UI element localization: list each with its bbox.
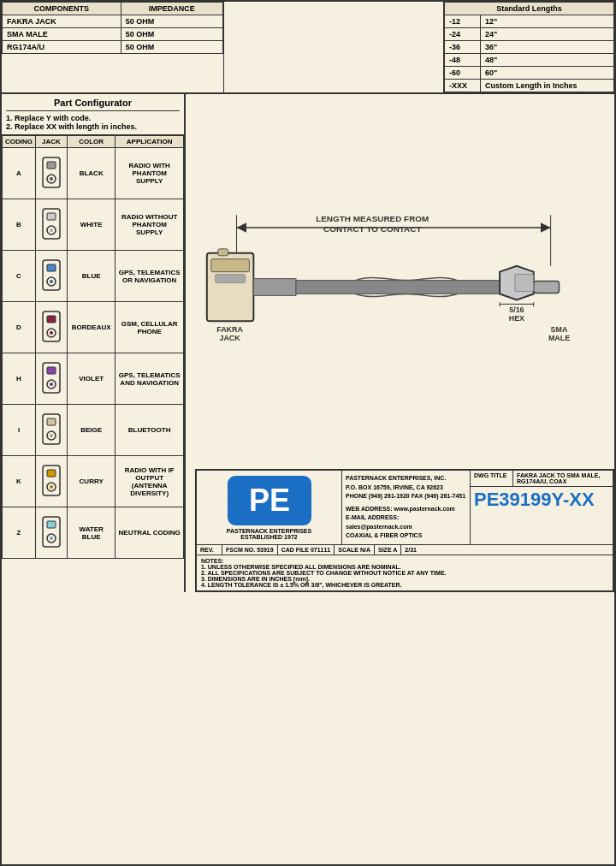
pe-logo-svg: PE [227, 475, 312, 526]
svg-rect-45 [515, 275, 534, 292]
col-coding: CODING [3, 136, 36, 148]
table-row: K CURRY RADIO WITH IF OUTPUT (ANTENNA DI… [3, 456, 184, 507]
table-row: A BLACK RADIO WITH PHANTOM SUPPLY [3, 148, 184, 199]
instruction-1: 1. Replace Y with code. [6, 114, 180, 122]
jack-icon-z [36, 507, 68, 559]
app-h: GPS, TELEMATICS AND NAVIGATION [116, 353, 184, 405]
company-name-label: PASTERNACK ENTERPRISES [227, 528, 311, 534]
color-b: WHITE [68, 199, 116, 251]
app-i: BLUETOOTH [116, 405, 184, 456]
standard-lengths-table: Standard Lengths -12 12" -24 24" -36 36" [443, 2, 614, 92]
svg-point-15 [50, 331, 53, 335]
color-k: CURRY [68, 456, 116, 507]
company-full-name: PASTERNACK ENTERPRISES, INC. [346, 474, 466, 483]
pe-logo-section: PE PASTERNACK ENTERPRISES ESTABLISHED 19… [197, 471, 342, 544]
company-details: PASTERNACK ENTERPRISES, INC. P.O. BOX 16… [342, 471, 471, 544]
length-value-24: 24" [481, 28, 614, 41]
svg-rect-39 [216, 275, 246, 283]
cad-label: CAD FILE [281, 547, 309, 553]
instruction-2: 2. Replace XX with length in inches. [6, 122, 180, 131]
sheet-value: 2/31 [405, 547, 417, 553]
part-configurator-section: Part Configurator 1. Replace Y with code… [2, 94, 184, 135]
svg-rect-21 [47, 418, 56, 425]
svg-rect-29 [47, 521, 56, 528]
length-value-36: 36" [481, 41, 614, 54]
coding-c: C [3, 251, 36, 302]
note-2: 2. ALL SPECIFICATIONS ARE SUBJECT TO CHA… [201, 570, 608, 576]
svg-rect-41 [218, 249, 228, 256]
note-3: 3. DIMENSIONS ARE IN INCHES [mm]. [201, 576, 608, 582]
length-value-xxx: Custom Length in Inches [481, 80, 614, 92]
svg-rect-40 [253, 279, 296, 296]
svg-text:JACK: JACK [219, 334, 240, 342]
note-1: 1. UNLESS OTHERWISE SPECIFIED ALL DIMENS… [201, 564, 608, 570]
drawing-info-row: REV. FSCM NO. 53919 CAD FILE 071111 SCAL… [197, 545, 613, 555]
company-phone: PHONE (949) 261-1920 FAX (949) 261-7451 [346, 492, 466, 501]
svg-point-11 [50, 280, 53, 283]
svg-text:FAKRA: FAKRA [216, 325, 243, 334]
svg-rect-13 [47, 316, 56, 323]
coding-b: B [3, 199, 36, 251]
scale-label: SCALE [338, 547, 358, 553]
svg-point-19 [50, 383, 53, 386]
coding-z: Z [3, 507, 36, 559]
svg-point-7 [50, 228, 53, 232]
col-application: APPLICATION [116, 136, 184, 148]
app-a: RADIO WITH PHANTOM SUPPLY [116, 148, 184, 199]
col-color: COLOR [68, 136, 116, 148]
app-z: NEUTRAL CODING [116, 507, 184, 559]
coding-k: K [3, 456, 36, 507]
established-label: ESTABLISHED 1972 [240, 534, 297, 540]
svg-text:PE: PE [248, 483, 289, 518]
length-code-xxx: -XXX [445, 80, 481, 92]
length-value-48: 48" [481, 54, 614, 67]
color-z: WATER BLUE [68, 507, 116, 559]
standard-lengths-header: Standard Lengths [445, 3, 614, 15]
cad-section: CAD FILE 071111 [278, 545, 335, 555]
coding-d: D [3, 302, 36, 353]
dwg-title-label: DWG TITLE [471, 471, 513, 486]
app-k: RADIO WITH IF OUTPUT (ANTENNA DIVERSITY) [116, 456, 184, 507]
jack-icon-i [36, 405, 68, 456]
svg-rect-44 [534, 282, 560, 294]
length-value-60: 60" [481, 67, 614, 80]
components-table: COMPONENTS IMPEDANCE FAKRA JACK 50 OHM S… [2, 2, 224, 92]
coding-i: I [3, 405, 36, 456]
svg-rect-25 [47, 470, 56, 477]
color-h: VIOLET [68, 353, 116, 405]
svg-rect-42 [296, 281, 500, 294]
length-code-36: -36 [445, 41, 481, 54]
scale-section: SCALE N/A [335, 545, 375, 555]
table-row: H VIOLET GPS, TELEMATICS AND NAVIGATION [3, 353, 184, 405]
color-d: BORDEAUX [68, 302, 116, 353]
svg-point-31 [50, 537, 53, 540]
component-fakra: FAKRA JACK [3, 15, 121, 28]
scale-value: N/A [360, 547, 370, 553]
jack-icon-a [36, 148, 68, 199]
part-number: PE39199Y-XX [474, 489, 609, 511]
svg-point-23 [50, 434, 53, 437]
length-code-12: -12 [445, 15, 481, 28]
svg-point-3 [50, 177, 53, 181]
svg-text:LENGTH MEASURED FROM: LENGTH MEASURED FROM [316, 214, 429, 223]
svg-rect-9 [47, 264, 56, 271]
company-web: WEB ADDRESS: www.pasternack.com [346, 505, 466, 514]
part-number-display: PE39199Y-XX [471, 487, 613, 513]
fscm-label: FSCM NO. [226, 547, 255, 553]
fscm-value: 53919 [257, 547, 273, 553]
impedance-sma: 50 OHM [121, 28, 222, 41]
color-a: BLACK [68, 148, 116, 199]
length-value-12: 12" [481, 15, 614, 28]
coding-h: H [3, 353, 36, 405]
component-rg174: RG174A/U [3, 41, 121, 54]
title-section: DWG TITLE FAKRA JACK TO SMA MALE, RG174A… [471, 471, 613, 544]
length-code-24: -24 [445, 28, 481, 41]
jack-icon-d [36, 302, 68, 353]
company-tagline: COAXIAL & FIBER OPTICS [346, 531, 466, 541]
length-code-60: -60 [445, 67, 481, 80]
jack-icon-k [36, 456, 68, 507]
notes-title: NOTES: [201, 558, 608, 564]
company-address: P.O. BOX 16759, IRVINE, CA 92623 [346, 483, 466, 493]
impedance-fakra: 50 OHM [121, 15, 222, 28]
impedance-header: IMPEDANCE [121, 3, 222, 15]
